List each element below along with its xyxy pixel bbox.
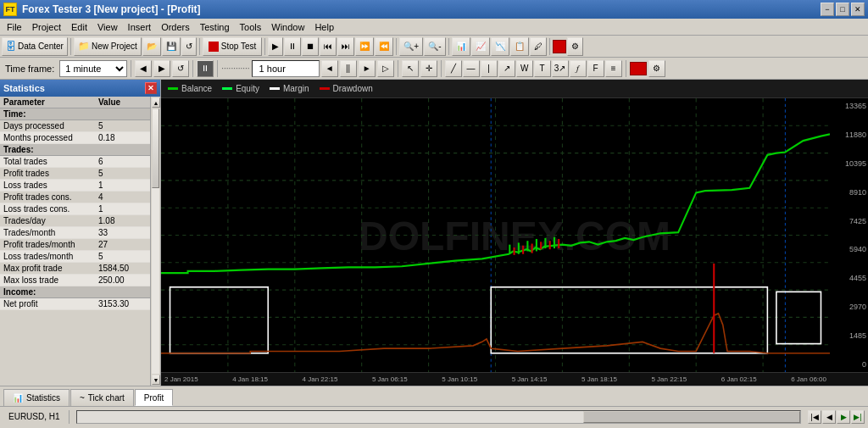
y-axis: 13365 11880 10395 8910 7425 5940 4455 29… (830, 98, 868, 372)
scroll-thumb[interactable] (152, 108, 159, 188)
crosshair-button[interactable]: ✛ (420, 60, 437, 77)
tb-btn-10[interactable]: 📉 (491, 37, 509, 56)
menu-testing[interactable]: Testing (195, 21, 235, 33)
speed-down-button[interactable]: ◄ (321, 60, 338, 77)
channel-tool[interactable]: F (587, 60, 604, 77)
tb-btn-8[interactable]: 📊 (452, 37, 470, 56)
chart-scrollbar[interactable] (76, 410, 801, 424)
section-time: Time: (0, 108, 150, 120)
time-step-button[interactable]: ▷ (377, 60, 394, 77)
toolbar2-sep-4 (398, 60, 398, 77)
tb-btn-3[interactable]: ⏹ (302, 37, 319, 56)
stats-row-days: Days processed 5 (0, 120, 150, 132)
svg-rect-21 (514, 247, 515, 255)
title-bar: FT Forex Tester 3 [New project] - [Profi… (0, 0, 868, 19)
toolbar-sep-2 (199, 38, 200, 55)
menu-window[interactable]: Window (266, 21, 309, 33)
tb-btn-4[interactable]: ⏮ (320, 37, 337, 56)
hline-tool[interactable]: — (463, 60, 480, 77)
tb-btn-2[interactable]: ⏸ (284, 37, 301, 56)
tb-btn-11[interactable]: 📋 (510, 37, 529, 56)
speed-up-button[interactable]: ► (359, 60, 376, 77)
tab-tick-chart[interactable]: ~ Tick chart (70, 389, 134, 406)
svg-rect-32 (170, 287, 269, 353)
fib-tool[interactable]: 𝑓 (570, 60, 587, 77)
nav-refresh-button[interactable]: ↺ (172, 60, 189, 77)
tab-statistics[interactable]: 📊 Statistics (3, 389, 70, 406)
maximize-button[interactable]: □ (836, 3, 849, 16)
zoom-out-button[interactable]: 🔍- (424, 37, 445, 56)
text-tool-T[interactable]: T (534, 60, 551, 77)
stats-row-max-profit: Max profit trade 1584.50 (0, 263, 150, 275)
vline-tool[interactable]: | (481, 60, 498, 77)
stop-test-label: Stop Test (221, 42, 257, 51)
cursor-button[interactable]: ↖ (402, 60, 419, 77)
scroll-down[interactable]: ▼ (152, 375, 160, 385)
ray-tool[interactable]: ↗ (498, 60, 515, 77)
nav-first-button[interactable]: |◀ (808, 410, 821, 424)
toolbar2-sep-3 (217, 60, 218, 77)
close-button[interactable]: ✕ (851, 3, 865, 16)
tb-btn-6[interactable]: ⏩ (355, 37, 374, 56)
stats-close-button[interactable]: ✕ (145, 82, 157, 94)
zoom-in-button[interactable]: 🔍+ (399, 37, 423, 56)
scroll-up[interactable]: ▲ (152, 97, 160, 108)
toolbar-sep-5 (448, 38, 449, 55)
text-tool-3[interactable]: 3↗ (552, 60, 569, 77)
color-picker[interactable] (630, 62, 647, 75)
menu-tools[interactable]: Tools (235, 21, 267, 33)
pause-button[interactable]: ⏸ (197, 60, 214, 77)
refresh-button[interactable]: ↺ (181, 37, 197, 56)
new-project-button[interactable]: 📁 New Project (74, 37, 142, 56)
settings-button[interactable]: ⚙ (567, 37, 583, 56)
tb-btn-1[interactable]: ▶ (268, 37, 283, 56)
stats-scrollbar[interactable]: ▲ ▼ (150, 97, 160, 386)
stop-test-button[interactable]: Stop Test (203, 37, 263, 56)
menu-view[interactable]: View (92, 21, 123, 33)
speed-mid-button[interactable]: || (340, 60, 357, 77)
svg-rect-25 (531, 244, 533, 253)
color-button[interactable] (553, 40, 566, 53)
menu-file[interactable]: File (2, 21, 27, 33)
svg-rect-29 (549, 241, 551, 249)
data-center-button[interactable]: 🗄 Data Center (2, 37, 68, 56)
stats-row-loss-cons: Loss trades cons. 1 (0, 203, 150, 215)
text-tool-W[interactable]: W (516, 60, 533, 77)
minimize-button[interactable]: − (821, 3, 834, 16)
line-tool[interactable]: ╱ (445, 60, 462, 77)
svg-rect-30 (554, 237, 555, 248)
nav-next-button[interactable]: ▶ (153, 60, 170, 77)
nav-last-button[interactable]: ▶| (851, 410, 865, 424)
tb-btn-5[interactable]: ⏭ (337, 37, 354, 56)
menu-project[interactable]: Project (27, 21, 66, 33)
menu-insert[interactable]: Insert (123, 21, 157, 33)
tb-btn-12[interactable]: 🖊 (530, 37, 547, 56)
stats-row-trades-day: Trades/day 1.08 (0, 215, 150, 227)
stats-col-header: Parameter Value (0, 97, 150, 108)
legend-equity-label: Equity (236, 84, 259, 93)
nav-prev-button[interactable]: ◀ (135, 60, 152, 77)
svg-rect-23 (522, 246, 524, 254)
open-button[interactable]: 📂 (142, 37, 161, 56)
more-tools[interactable]: ⚙ (648, 60, 665, 77)
y-label-2970: 2970 (832, 303, 866, 311)
tb-btn-7[interactable]: ⏪ (375, 37, 393, 56)
y-label-7425: 7425 (832, 217, 866, 225)
section-income: Income: (0, 286, 150, 298)
timeframe-select[interactable]: 1 minute 5 minutes 15 minutes 1 hour (59, 60, 127, 77)
open-icon: 📂 (147, 42, 157, 51)
menu-orders[interactable]: Orders (156, 21, 195, 33)
stats-row-loss-month: Loss trades/month 5 (0, 251, 150, 263)
brush-tool[interactable]: ≡ (605, 60, 622, 77)
nav-next-chart-button[interactable]: ▶ (837, 410, 850, 424)
tab-profit[interactable]: Profit (135, 389, 173, 406)
legend-balance-label: Balance (181, 84, 212, 93)
save-button[interactable]: 💾 (162, 37, 181, 56)
menu-edit[interactable]: Edit (66, 21, 92, 33)
nav-prev-chart-button[interactable]: ◀ (822, 410, 836, 424)
menu-help[interactable]: Help (309, 21, 339, 33)
scrollbar-thumb[interactable] (583, 411, 800, 423)
timeframe-label: Time frame: (2, 64, 58, 74)
drawdown-color (320, 87, 330, 90)
tb-btn-9[interactable]: 📈 (471, 37, 490, 56)
